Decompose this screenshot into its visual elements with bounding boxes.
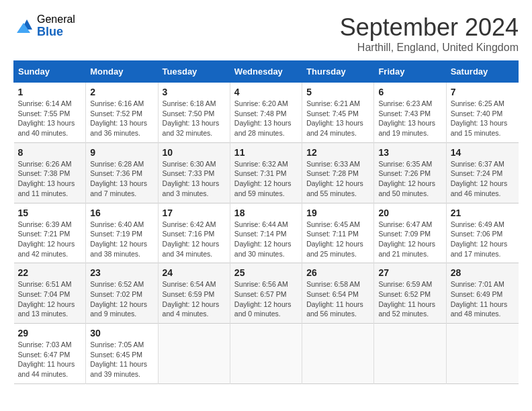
calendar-cell: 4Sunrise: 6:20 AMSunset: 7:48 PMDaylight… xyxy=(230,83,302,143)
calendar-cell xyxy=(446,324,518,384)
day-info: Sunrise: 6:45 AMSunset: 7:11 PMDaylight:… xyxy=(306,220,369,259)
calendar-week-row: 1Sunrise: 6:14 AMSunset: 7:55 PMDaylight… xyxy=(14,83,519,143)
calendar-cell xyxy=(230,324,302,384)
calendar-cell: 25Sunrise: 6:56 AMSunset: 6:57 PMDayligh… xyxy=(230,263,302,324)
day-number: 27 xyxy=(378,267,441,278)
calendar-cell: 19Sunrise: 6:45 AMSunset: 7:11 PMDayligh… xyxy=(302,203,374,263)
day-info: Sunrise: 6:18 AMSunset: 7:50 PMDaylight:… xyxy=(163,99,226,138)
calendar-cell xyxy=(158,324,230,384)
day-info: Sunrise: 6:21 AMSunset: 7:45 PMDaylight:… xyxy=(306,99,369,138)
day-info: Sunrise: 6:20 AMSunset: 7:48 PMDaylight:… xyxy=(234,99,298,138)
day-number: 10 xyxy=(163,147,226,158)
calendar-cell: 23Sunrise: 6:52 AMSunset: 7:02 PMDayligh… xyxy=(86,263,158,324)
day-number: 1 xyxy=(18,87,82,97)
day-number: 28 xyxy=(451,267,515,278)
day-info: Sunrise: 6:40 AMSunset: 7:19 PMDaylight:… xyxy=(90,220,153,259)
day-number: 5 xyxy=(306,87,369,97)
calendar-cell: 18Sunrise: 6:44 AMSunset: 7:14 PMDayligh… xyxy=(230,203,302,263)
day-info: Sunrise: 6:44 AMSunset: 7:14 PMDaylight:… xyxy=(234,220,298,259)
day-info: Sunrise: 6:26 AMSunset: 7:38 PMDaylight:… xyxy=(18,159,82,199)
day-info: Sunrise: 6:39 AMSunset: 7:21 PMDaylight:… xyxy=(18,220,82,259)
header-wednesday: Wednesday xyxy=(230,61,302,83)
day-info: Sunrise: 6:58 AMSunset: 6:54 PMDaylight:… xyxy=(306,279,369,319)
day-info: Sunrise: 6:16 AMSunset: 7:52 PMDaylight:… xyxy=(90,99,153,138)
title-area: September 2024 Harthill, England, United… xyxy=(340,13,519,54)
header-sunday: Sunday xyxy=(14,61,86,83)
day-info: Sunrise: 6:49 AMSunset: 7:06 PMDaylight:… xyxy=(451,220,515,259)
day-info: Sunrise: 6:47 AMSunset: 7:09 PMDaylight:… xyxy=(378,220,441,259)
day-number: 12 xyxy=(306,147,369,158)
day-info: Sunrise: 6:25 AMSunset: 7:40 PMDaylight:… xyxy=(451,99,515,138)
calendar-cell: 15Sunrise: 6:39 AMSunset: 7:21 PMDayligh… xyxy=(14,203,86,263)
day-info: Sunrise: 6:23 AMSunset: 7:43 PMDaylight:… xyxy=(378,99,441,138)
day-info: Sunrise: 6:28 AMSunset: 7:36 PMDaylight:… xyxy=(90,159,153,199)
day-info: Sunrise: 6:32 AMSunset: 7:31 PMDaylight:… xyxy=(234,159,298,199)
month-title: September 2024 xyxy=(340,13,519,42)
calendar-cell: 24Sunrise: 6:54 AMSunset: 6:59 PMDayligh… xyxy=(158,263,230,324)
day-info: Sunrise: 6:56 AMSunset: 6:57 PMDaylight:… xyxy=(234,279,298,319)
day-info: Sunrise: 6:33 AMSunset: 7:28 PMDaylight:… xyxy=(306,159,369,199)
page-header: General Blue September 2024 Harthill, En… xyxy=(13,13,519,54)
day-number: 29 xyxy=(18,328,82,338)
calendar-cell: 27Sunrise: 6:59 AMSunset: 6:52 PMDayligh… xyxy=(374,263,446,324)
logo: General Blue xyxy=(13,13,75,38)
calendar-cell: 7Sunrise: 6:25 AMSunset: 7:40 PMDaylight… xyxy=(446,83,518,143)
calendar-week-row: 22Sunrise: 6:51 AMSunset: 7:04 PMDayligh… xyxy=(14,263,519,324)
day-number: 14 xyxy=(451,147,515,158)
calendar-week-row: 29Sunrise: 7:03 AMSunset: 6:47 PMDayligh… xyxy=(14,324,519,384)
day-info: Sunrise: 6:35 AMSunset: 7:26 PMDaylight:… xyxy=(378,159,441,199)
day-info: Sunrise: 6:52 AMSunset: 7:02 PMDaylight:… xyxy=(90,279,153,319)
day-number: 17 xyxy=(163,208,226,218)
calendar-cell: 22Sunrise: 6:51 AMSunset: 7:04 PMDayligh… xyxy=(14,263,86,324)
calendar-cell: 26Sunrise: 6:58 AMSunset: 6:54 PMDayligh… xyxy=(302,263,374,324)
day-number: 7 xyxy=(451,87,515,97)
calendar-week-row: 15Sunrise: 6:39 AMSunset: 7:21 PMDayligh… xyxy=(14,203,519,263)
calendar-cell: 29Sunrise: 7:03 AMSunset: 6:47 PMDayligh… xyxy=(14,324,86,384)
day-number: 20 xyxy=(378,208,441,218)
calendar-cell xyxy=(302,324,374,384)
calendar-cell: 28Sunrise: 7:01 AMSunset: 6:49 PMDayligh… xyxy=(446,263,518,324)
header-saturday: Saturday xyxy=(446,61,518,83)
header-thursday: Thursday xyxy=(302,61,374,83)
day-info: Sunrise: 6:37 AMSunset: 7:24 PMDaylight:… xyxy=(451,159,515,199)
day-number: 24 xyxy=(163,267,226,278)
calendar-cell: 2Sunrise: 6:16 AMSunset: 7:52 PMDaylight… xyxy=(86,83,158,143)
day-info: Sunrise: 7:03 AMSunset: 6:47 PMDaylight:… xyxy=(18,340,82,379)
day-info: Sunrise: 7:05 AMSunset: 6:45 PMDaylight:… xyxy=(90,340,153,379)
day-number: 6 xyxy=(378,87,441,97)
calendar-cell: 17Sunrise: 6:42 AMSunset: 7:16 PMDayligh… xyxy=(158,203,230,263)
calendar-cell xyxy=(374,324,446,384)
location-title: Harthill, England, United Kingdom xyxy=(340,42,519,54)
day-number: 9 xyxy=(90,147,153,158)
day-number: 16 xyxy=(90,208,153,218)
logo-icon xyxy=(13,16,34,36)
day-number: 25 xyxy=(234,267,298,278)
day-number: 8 xyxy=(18,147,82,158)
calendar-cell: 6Sunrise: 6:23 AMSunset: 7:43 PMDaylight… xyxy=(374,83,446,143)
calendar-cell: 11Sunrise: 6:32 AMSunset: 7:31 PMDayligh… xyxy=(230,142,302,203)
calendar-cell: 1Sunrise: 6:14 AMSunset: 7:55 PMDaylight… xyxy=(14,83,86,143)
day-number: 23 xyxy=(90,267,153,278)
day-info: Sunrise: 6:42 AMSunset: 7:16 PMDaylight:… xyxy=(163,220,226,259)
logo-general: General xyxy=(37,13,75,26)
calendar-cell: 30Sunrise: 7:05 AMSunset: 6:45 PMDayligh… xyxy=(86,324,158,384)
day-number: 21 xyxy=(451,208,515,218)
day-number: 4 xyxy=(234,87,298,97)
day-info: Sunrise: 6:54 AMSunset: 6:59 PMDaylight:… xyxy=(163,279,226,319)
day-number: 2 xyxy=(90,87,153,97)
calendar-cell: 5Sunrise: 6:21 AMSunset: 7:45 PMDaylight… xyxy=(302,83,374,143)
day-number: 15 xyxy=(18,208,82,218)
day-number: 26 xyxy=(306,267,369,278)
day-number: 22 xyxy=(18,267,82,278)
header-monday: Monday xyxy=(86,61,158,83)
day-info: Sunrise: 7:01 AMSunset: 6:49 PMDaylight:… xyxy=(451,279,515,319)
calendar-cell: 14Sunrise: 6:37 AMSunset: 7:24 PMDayligh… xyxy=(446,142,518,203)
day-number: 18 xyxy=(234,208,298,218)
calendar-cell: 16Sunrise: 6:40 AMSunset: 7:19 PMDayligh… xyxy=(86,203,158,263)
day-number: 30 xyxy=(90,328,153,338)
calendar-week-row: 8Sunrise: 6:26 AMSunset: 7:38 PMDaylight… xyxy=(14,142,519,203)
calendar-cell: 8Sunrise: 6:26 AMSunset: 7:38 PMDaylight… xyxy=(14,142,86,203)
day-info: Sunrise: 6:59 AMSunset: 6:52 PMDaylight:… xyxy=(378,279,441,319)
day-number: 3 xyxy=(163,87,226,97)
day-number: 11 xyxy=(234,147,298,158)
